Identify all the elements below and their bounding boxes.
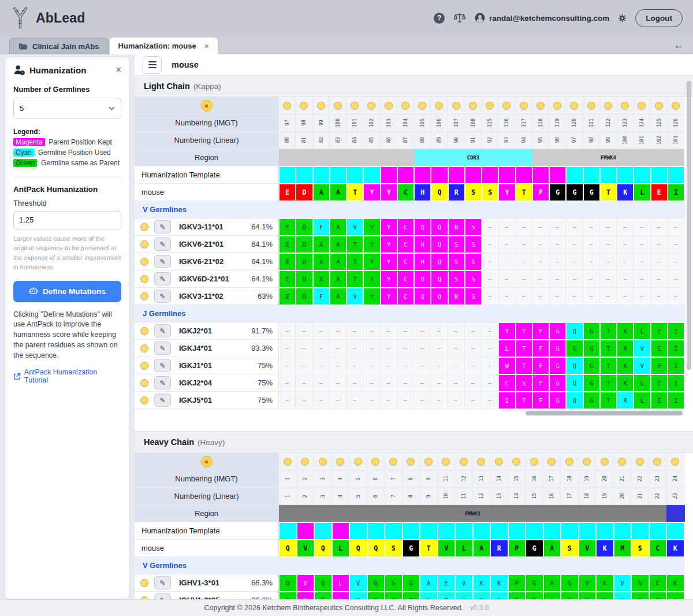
horizontal-scrollbar[interactable] [526,411,683,415]
germline-select-circle[interactable] [140,240,148,248]
residue-cell[interactable]: S [561,540,579,557]
residue-cell[interactable]: Q [349,540,367,557]
column-select-circle[interactable] [371,458,379,466]
column-select-circle[interactable] [570,102,578,110]
column-select-circle[interactable] [655,102,663,110]
define-mutations-button[interactable]: Define Mutations [13,281,121,302]
residue-cell[interactable]: I [668,184,684,201]
column-select-circle[interactable] [319,458,327,466]
tab-humanization-mouse[interactable]: Humanization: mouse × [110,38,218,54]
edit-germline-button[interactable]: ✎ [154,394,171,407]
column-select-circle[interactable] [520,102,528,110]
germline-select-circle[interactable] [140,327,148,335]
residue-cell[interactable]: Q [431,184,448,201]
residue-cell[interactable]: G [526,540,543,557]
residue-cell[interactable]: E [279,184,296,201]
column-select-circle[interactable] [502,102,511,110]
column-select-circle[interactable] [604,102,612,110]
germline-select-circle[interactable] [140,275,148,283]
column-select-circle[interactable] [300,102,308,110]
residue-cell[interactable]: A [543,540,561,557]
residue-cell[interactable]: G [549,184,566,201]
residue-cell[interactable]: L [634,184,650,201]
tutorial-link[interactable]: AntPack Humanization Tutorial [13,368,121,384]
column-select-circle[interactable] [354,458,362,466]
residue-cell[interactable]: T [600,184,617,201]
residue-cell[interactable]: G [583,184,600,201]
residue-cell[interactable]: D [296,184,312,201]
column-select-circle[interactable] [351,102,359,110]
vertical-scrollbar[interactable] [687,81,691,370]
column-select-circle[interactable] [486,102,494,110]
residue-cell[interactable]: E [651,184,668,201]
column-select-circle[interactable] [424,458,433,466]
column-select-circle[interactable] [653,458,661,466]
column-select-circle[interactable] [317,102,325,110]
edit-germline-button[interactable]: ✎ [154,576,171,589]
column-select-circle[interactable] [401,102,409,110]
column-select-circle[interactable] [565,458,573,466]
residue-cell[interactable]: C [649,540,667,557]
residue-cell[interactable]: T [420,540,438,557]
edit-germline-button[interactable]: ✎ [154,290,171,303]
logout-button[interactable]: Logout [635,9,683,27]
menu-button[interactable] [143,56,162,74]
residue-cell[interactable]: R [490,540,508,557]
germline-select-circle[interactable] [140,344,148,352]
column-select-circle[interactable] [367,102,375,110]
residue-cell[interactable]: F [532,184,549,201]
residue-cell[interactable]: Y [381,184,397,201]
column-select-circle[interactable] [385,102,393,110]
edit-germline-button[interactable]: ✎ [154,324,171,337]
germline-select-circle[interactable] [140,379,148,387]
residue-cell[interactable]: S [631,540,649,557]
edit-germline-button[interactable]: ✎ [154,255,171,268]
residue-cell[interactable]: K [596,540,614,557]
edit-germline-button[interactable]: ✎ [154,376,171,389]
residue-cell[interactable]: H [414,184,431,201]
column-select-circle[interactable] [284,458,292,466]
column-select-circle[interactable] [460,458,468,466]
column-select-circle[interactable] [442,458,450,466]
deselect-all-button[interactable]: × [201,100,213,112]
germline-select-circle[interactable] [140,396,148,405]
residue-cell[interactable]: R [448,184,465,201]
germline-select-circle[interactable] [140,292,148,300]
edit-germline-button[interactable]: ✎ [154,359,171,372]
edit-germline-button[interactable]: ✎ [154,272,171,285]
germline-select-circle[interactable] [140,223,148,231]
germline-count-select[interactable]: 5 [13,98,121,118]
edit-germline-button[interactable]: ✎ [154,593,171,599]
residue-cell[interactable]: G [566,184,583,201]
residue-cell[interactable]: Q [367,540,385,557]
germline-select-circle[interactable] [140,258,148,266]
column-select-circle[interactable] [587,102,595,110]
column-select-circle[interactable] [618,458,626,466]
germline-select-circle[interactable] [140,362,148,370]
residue-cell[interactable]: V [438,540,456,557]
help-icon[interactable]: ? [434,13,445,24]
residue-cell[interactable]: Q [314,540,332,557]
residue-cell[interactable]: A [473,540,491,557]
tab-clinical-jain-mabs[interactable]: Clinical Jain mAbs [9,38,109,54]
edit-germline-button[interactable]: ✎ [154,342,171,355]
column-select-circle[interactable] [301,458,309,466]
column-select-circle[interactable] [621,102,629,110]
residue-cell[interactable]: Y [498,184,515,201]
column-select-circle[interactable] [418,102,426,110]
residue-cell[interactable]: A [313,184,330,201]
column-select-circle[interactable] [336,458,344,466]
residue-cell[interactable]: Q [279,540,297,557]
tab-close-icon[interactable]: × [204,42,209,51]
germline-select-circle[interactable] [140,579,148,587]
deselect-all-button[interactable]: × [201,456,213,467]
residue-cell[interactable]: S [465,184,482,201]
residue-cell[interactable]: C [397,184,414,201]
residue-cell[interactable]: L [455,540,473,557]
residue-cell[interactable]: V [297,540,315,557]
column-select-circle[interactable] [283,102,291,110]
column-select-circle[interactable] [583,458,591,466]
column-select-circle[interactable] [530,458,538,466]
column-select-circle[interactable] [334,102,342,110]
residue-cell[interactable]: M [614,540,632,557]
